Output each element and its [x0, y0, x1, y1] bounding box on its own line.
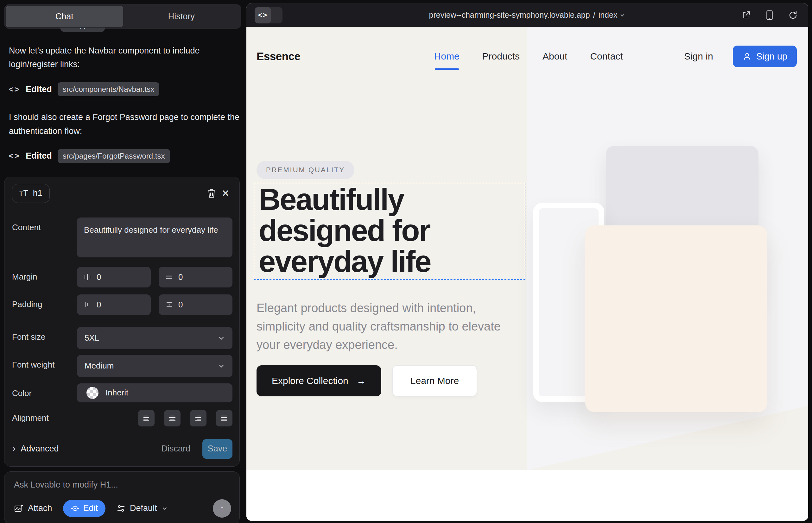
trash-icon: [207, 188, 216, 198]
discard-button[interactable]: Discard: [161, 444, 190, 454]
phone-icon: [765, 10, 774, 20]
chevron-down-icon: [619, 12, 625, 18]
close-icon: ✕: [222, 188, 229, 199]
open-external-button[interactable]: [739, 8, 753, 22]
site-logo[interactable]: Essence: [257, 50, 301, 63]
nav-link-contact[interactable]: Contact: [590, 51, 623, 62]
file-chip[interactable]: src/components/Navbar.tsx: [58, 82, 159, 96]
assistant-message: I should also create a Forgot Password p…: [9, 110, 240, 138]
hero-paragraph: Elegant products designed with intention…: [257, 299, 513, 354]
font-size-select[interactable]: 5XL: [77, 327, 232, 349]
font-weight-select[interactable]: Medium: [77, 355, 232, 377]
margin-horizontal-icon: [83, 273, 91, 281]
learn-more-button[interactable]: Learn More: [392, 365, 477, 397]
align-right-button[interactable]: [190, 410, 207, 427]
margin-y-input[interactable]: 0: [159, 267, 232, 287]
refresh-icon: [788, 11, 798, 20]
site-next-section: [246, 470, 808, 521]
model-selector[interactable]: Default: [116, 503, 168, 513]
url-separator: /: [593, 11, 595, 20]
font-weight-label: Font weight: [12, 355, 77, 370]
text-size-icon: тT: [19, 189, 29, 198]
align-justify-icon: [220, 414, 229, 422]
mobile-view-button[interactable]: [763, 8, 777, 22]
assistant-message: Now let's update the Navbar component to…: [9, 44, 240, 71]
scrolled-chip-fragment: · ·: [60, 28, 105, 32]
attach-image-icon: [14, 504, 23, 513]
nav-link-products[interactable]: Products: [482, 51, 520, 62]
panel-tabbar: Chat History: [4, 4, 241, 29]
element-tag: h1: [33, 188, 42, 198]
content-input[interactable]: Beautifully designed for everyday life: [77, 217, 232, 257]
preview-page-selector[interactable]: index: [599, 11, 626, 20]
code-icon: <>: [9, 151, 20, 161]
preview-toolbar: <> preview--charming-site-symphony.lovab…: [246, 3, 808, 27]
padding-y-input[interactable]: 0: [159, 294, 232, 315]
nav-link-home[interactable]: Home: [434, 51, 460, 62]
padding-vertical-icon: [165, 301, 173, 309]
decorative-card-peach: [585, 226, 767, 412]
edited-file-row: <> Edited src/pages/ForgotPassword.tsx: [9, 149, 241, 163]
edited-file-row: <> Edited src/components/Navbar.tsx: [9, 82, 241, 96]
prompt-input-card[interactable]: Ask Lovable to modify H1... Attach: [4, 471, 240, 523]
align-justify-button[interactable]: [216, 410, 232, 427]
arrow-up-icon: ↑: [220, 503, 225, 514]
send-button[interactable]: ↑: [213, 499, 231, 518]
site-hero-section: Essence Home Products About Contact Sign…: [246, 27, 808, 470]
edited-label: Edited: [26, 151, 52, 161]
alignment-label: Alignment: [12, 413, 77, 423]
lovable-app: Chat History · · Now let's update the Na…: [0, 0, 812, 523]
edit-mode-button[interactable]: Edit: [63, 500, 106, 517]
prompt-placeholder[interactable]: Ask Lovable to modify H1...: [14, 480, 231, 490]
code-view-button[interactable]: <>: [254, 7, 271, 23]
align-center-icon: [168, 414, 177, 422]
premium-quality-badge: PREMIUM QUALITY: [257, 161, 354, 179]
tab-history[interactable]: History: [123, 6, 240, 27]
arrow-right-icon: →: [357, 376, 366, 386]
preview-url-bar: preview--charming-site-symphony.lovable.…: [246, 11, 808, 20]
attach-button[interactable]: Attach: [14, 503, 52, 513]
margin-vertical-icon: [165, 273, 173, 281]
chevron-down-icon: [217, 334, 226, 342]
advanced-toggle[interactable]: › Advanced: [12, 444, 58, 454]
align-left-button[interactable]: [138, 410, 155, 427]
code-icon: <>: [9, 85, 20, 94]
preview-window: <> preview--charming-site-symphony.lovab…: [246, 3, 808, 521]
margin-x-input[interactable]: 0: [77, 267, 151, 287]
external-link-icon: [741, 11, 751, 20]
color-swatch-icon: [86, 387, 99, 399]
selected-element-outline[interactable]: Beautifully designed for everyday life: [254, 183, 525, 280]
save-button[interactable]: Save: [202, 439, 232, 459]
margin-label: Margin: [12, 267, 77, 282]
chat-panel: Chat History · · Now let's update the Na…: [0, 0, 246, 523]
tab-chat[interactable]: Chat: [6, 6, 123, 27]
file-chip[interactable]: src/pages/ForgotPassword.tsx: [58, 149, 170, 163]
color-label: Color: [12, 383, 77, 398]
hero-heading[interactable]: Beautifully designed for everyday life: [259, 184, 512, 277]
sign-up-button[interactable]: Sign up: [733, 46, 797, 67]
sign-in-link[interactable]: Sign in: [684, 51, 713, 62]
align-right-icon: [194, 414, 203, 422]
content-label: Content: [12, 217, 77, 232]
explore-collection-button[interactable]: Explore Collection →: [257, 365, 381, 396]
close-editor-button[interactable]: ✕: [218, 186, 232, 200]
chevron-down-icon: [161, 505, 168, 512]
padding-label: Padding: [12, 294, 77, 309]
align-center-button[interactable]: [164, 410, 180, 427]
site-navbar: Essence Home Products About Contact Sign…: [246, 27, 808, 68]
padding-x-input[interactable]: 0: [77, 294, 151, 315]
color-select[interactable]: Inherit: [77, 383, 232, 402]
chevron-right-icon: ›: [12, 443, 16, 453]
align-left-icon: [142, 414, 151, 422]
user-icon: [742, 52, 752, 61]
font-size-label: Font size: [12, 327, 77, 342]
preview-url-host[interactable]: preview--charming-site-symphony.lovable.…: [429, 11, 590, 20]
selected-element-badge[interactable]: тT h1: [12, 184, 50, 203]
refresh-button[interactable]: [786, 8, 800, 22]
nav-link-about[interactable]: About: [543, 51, 567, 62]
chevron-down-icon: [217, 362, 226, 370]
sliders-icon: [116, 504, 126, 513]
element-editor-panel: тT h1 ✕ Content Beaut: [4, 177, 240, 467]
code-preview-toggle: <>: [254, 7, 282, 23]
delete-element-button[interactable]: [205, 186, 218, 200]
